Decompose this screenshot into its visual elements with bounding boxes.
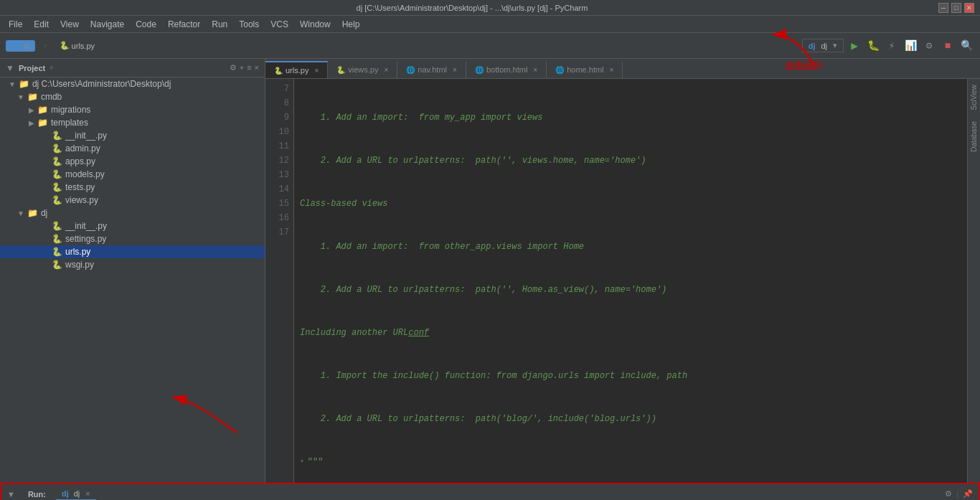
code-line-10: 1. Add an import: from other_app.views i… — [300, 240, 961, 254]
sidebar-project-label: Project — [19, 64, 45, 72]
editor-area: 🐍 urls.py × 🐍 views.py × 🌐 nav.html × 🌐 … — [265, 59, 980, 483]
debug-button[interactable]: 🐛 — [865, 38, 881, 54]
toolbar-dj-badge-1[interactable]: dj dj — [6, 40, 35, 52]
file-tree: ▼ 📁 dj C:\Users\Administrator\Desktop\dj… — [0, 77, 265, 483]
menu-bar: File Edit View Navigate Code Refactor Ru… — [0, 16, 980, 33]
database-label[interactable]: Database — [969, 115, 979, 158]
run-config-dropdown[interactable]: dj dj ▾ — [802, 39, 844, 52]
tree-item-migrations[interactable]: ▶ 📁 migrations — [0, 103, 265, 116]
run-tab-dj[interactable]: dj dj × — [56, 488, 96, 501]
tree-item-templates[interactable]: ▶ 📁 templates — [0, 116, 265, 129]
code-content[interactable]: 1. Add an import: from my_app import vie… — [294, 79, 967, 483]
toolbar-urls-file[interactable]: 🐍 urls.py — [55, 39, 99, 52]
tree-item-admin-cmdb[interactable]: 🐍 admin.py — [0, 142, 265, 155]
profile-button[interactable]: 📊 — [903, 38, 918, 54]
sidebar-icons: ⚙ + ≡ × — [230, 63, 259, 72]
close-sidebar-icon[interactable]: × — [255, 63, 259, 72]
gear-icon[interactable]: + — [240, 63, 244, 72]
menu-code[interactable]: Code — [130, 16, 162, 32]
run-settings-icon[interactable]: ⚙ — [945, 489, 952, 499]
tree-item-models-cmdb[interactable]: 🐍 models.py — [0, 168, 265, 181]
tab-urls-py[interactable]: 🐍 urls.py × — [265, 61, 328, 78]
code-line-8: 2. Add a URL to urlpatterns: path('', vi… — [300, 154, 961, 168]
close-tab-nav[interactable]: × — [453, 66, 457, 74]
code-line-9: Class-based views — [300, 197, 961, 211]
tree-item-wsgi-dj[interactable]: 🐍 wsgi.py — [0, 258, 265, 271]
close-tab-bottom[interactable]: × — [533, 66, 537, 74]
window-controls: ─ □ ✕ — [938, 3, 974, 13]
menu-refactor[interactable]: Refactor — [162, 16, 206, 32]
sciview-label[interactable]: SciView — [969, 79, 979, 115]
run-panel: ▼ Run: dj dj × ⚙ | 📌 ↺ ↑ ■ ↓ ⏸ — [0, 483, 980, 500]
title-text: dj [C:\Users\Administrator\Desktop\dj] -… — [6, 4, 938, 12]
coverage-button[interactable]: ⚡ — [884, 38, 900, 54]
run-controls: dj dj ▾ ▶ 🐛 ⚡ 📊 ⚙ ■ 🔍 — [802, 38, 974, 54]
code-line-15: ▾ """ — [300, 455, 961, 469]
maximize-button[interactable]: □ — [951, 3, 961, 13]
collapse-icon[interactable]: ≡ — [247, 63, 251, 72]
line-numbers: 7 8 9 10 11 12 13 14 15 16 17 — [265, 79, 294, 483]
code-line-7: 1. Add an import: from my_app import vie… — [300, 110, 961, 125]
menu-view[interactable]: View — [55, 16, 85, 32]
code-line-11: 2. Add a URL to urlpatterns: path('', Ho… — [300, 283, 961, 297]
tree-root[interactable]: ▼ 📁 dj C:\Users\Administrator\Desktop\dj — [0, 77, 265, 90]
run-button[interactable]: ▶ — [847, 38, 862, 54]
tree-item-init-cmdb[interactable]: 🐍 __init__.py — [0, 129, 265, 142]
tree-item-init-dj[interactable]: 🐍 __init__.py — [0, 220, 265, 232]
project-sidebar: ▼ Project ▾ ⚙ + ≡ × ▼ 📁 dj C:\Users\Admi… — [0, 59, 265, 483]
code-editor[interactable]: 7 8 9 10 11 12 13 14 15 16 17 1. Add an … — [265, 79, 980, 483]
menu-file[interactable]: File — [3, 16, 28, 32]
search-button[interactable]: 🔍 — [958, 38, 974, 54]
file-tabs: 🐍 urls.py × 🐍 views.py × 🌐 nav.html × 🌐 … — [265, 59, 980, 79]
fold-arrow-15[interactable]: ▾ — [300, 455, 304, 469]
tree-item-views-cmdb[interactable]: 🐍 views.py — [0, 194, 265, 207]
tree-item-settings-dj[interactable]: 🐍 settings.py — [0, 232, 265, 245]
menu-window[interactable]: Window — [294, 16, 336, 32]
close-tab-views[interactable]: × — [384, 66, 388, 74]
title-bar: dj [C:\Users\Administrator\Desktop\dj] -… — [0, 0, 980, 16]
concurrency-button[interactable]: ⚙ — [921, 38, 937, 54]
tree-item-cmdb[interactable]: ▼ 📁 cmdb — [0, 90, 265, 103]
tab-nav-html[interactable]: 🌐 nav.html × — [397, 61, 466, 78]
close-tab-home[interactable]: × — [610, 66, 614, 74]
toolbar: dj dj › 🐍 urls.py dj dj ▾ ▶ 🐛 ⚡ 📊 ⚙ ■ 🔍 — [0, 33, 980, 59]
menu-edit[interactable]: Edit — [28, 16, 55, 32]
run-panel-controls: ⚙ | 📌 — [945, 489, 973, 499]
run-panel-header: ▼ Run: dj dj × ⚙ | 📌 — [1, 484, 979, 500]
right-panel: SciView Database — [967, 79, 980, 483]
close-button[interactable]: ✕ — [964, 3, 974, 13]
menu-tools[interactable]: Tools — [233, 16, 265, 32]
menu-navigate[interactable]: Navigate — [85, 16, 130, 32]
tab-home-html[interactable]: 🌐 home.html × — [547, 61, 623, 78]
menu-vcs[interactable]: VCS — [265, 16, 294, 32]
run-pin-icon[interactable]: 📌 — [963, 489, 973, 499]
code-line-13: 1. Import the include() function: from d… — [300, 369, 961, 383]
code-line-14: 2. Add a URL to urlpatterns: path('blog/… — [300, 412, 961, 426]
tree-item-dj-folder[interactable]: ▼ 📁 dj — [0, 207, 265, 220]
close-tab-urls[interactable]: × — [314, 67, 319, 75]
tree-item-urls-dj[interactable]: 🐍 urls.py — [0, 245, 265, 258]
tree-item-apps-cmdb[interactable]: 🐍 apps.py — [0, 155, 265, 168]
tree-item-tests-cmdb[interactable]: 🐍 tests.py — [0, 181, 265, 194]
sync-icon[interactable]: ⚙ — [230, 63, 237, 72]
run-tab-run[interactable]: Run: — [22, 489, 52, 500]
tab-bottom-html[interactable]: 🌐 bottom.html × — [466, 61, 547, 78]
minimize-button[interactable]: ─ — [938, 3, 948, 13]
menu-help[interactable]: Help — [336, 16, 366, 32]
code-line-12: Including another URLconf — [300, 326, 961, 340]
sidebar-header: ▼ Project ▾ ⚙ + ≡ × — [0, 59, 265, 77]
tab-views-py[interactable]: 🐍 views.py × — [328, 61, 397, 78]
menu-run[interactable]: Run — [206, 16, 233, 32]
stop-button[interactable]: ■ — [940, 38, 956, 54]
